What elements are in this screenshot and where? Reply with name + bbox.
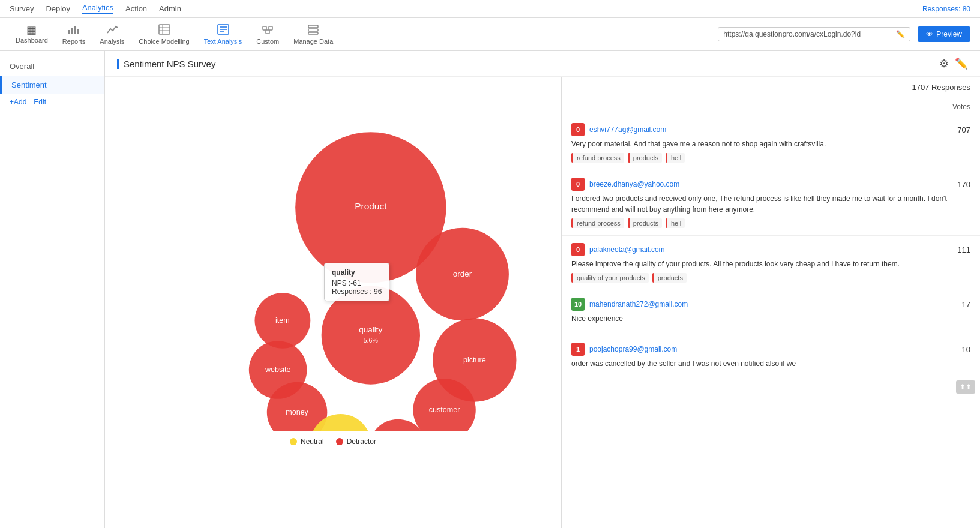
response-tag[interactable]: refund process <box>571 153 624 163</box>
url-bar[interactable]: ✏️ <box>718 27 910 41</box>
svg-text:money: money <box>286 408 308 416</box>
main-content: Sentiment NPS Survey ⚙ ✏️ Product order <box>105 51 980 528</box>
toolbar-custom[interactable]: Custom <box>250 22 285 47</box>
dashboard-icon: ▦ <box>26 25 37 35</box>
neutral-label: Neutral <box>301 437 324 446</box>
sidebar-edit-button[interactable]: Edit <box>34 98 46 106</box>
nav-item-admin[interactable]: Admin <box>159 4 181 13</box>
svg-rect-2 <box>74 26 76 34</box>
svg-rect-12 <box>263 26 266 30</box>
toolbar-dashboard[interactable]: ▦ Dashboard <box>10 22 54 46</box>
response-tags: refund processproductshell <box>571 153 970 163</box>
response-tag[interactable]: products <box>628 153 662 163</box>
svg-text:customer: customer <box>429 406 460 414</box>
response-tag[interactable]: quality of your products <box>571 273 649 283</box>
response-votes: 17 <box>962 300 970 309</box>
response-email-row: 0 palakneota@gmail.com <box>571 243 665 256</box>
svg-text:Product: Product <box>355 201 387 211</box>
nav-item-survey[interactable]: Survey <box>10 4 34 13</box>
toolbar-text-analysis[interactable]: Text Analysis <box>198 22 248 47</box>
response-email[interactable]: mahendranath272@gmail.com <box>589 300 688 308</box>
svg-text:item: item <box>275 316 290 325</box>
svg-rect-1 <box>71 28 73 34</box>
svg-rect-13 <box>269 26 272 30</box>
preview-icon: 👁 <box>926 30 933 38</box>
response-item-2: 0 palakneota@gmail.com 111 Please improv… <box>562 236 980 290</box>
response-top: 0 breeze.dhanya@yahoo.com 170 <box>571 178 970 191</box>
response-email-row: 10 mahendranath272@gmail.com <box>571 298 688 311</box>
legend-neutral: Neutral <box>290 437 324 446</box>
response-text: I ordered two products and received only… <box>571 193 970 215</box>
toolbar-text-analysis-label: Text Analysis <box>204 38 242 45</box>
content-area: Product order quality 5.6% picture item <box>105 77 980 528</box>
detractor-dot <box>336 438 343 445</box>
bubble-chart[interactable]: Product order quality 5.6% picture item <box>111 83 555 431</box>
nav-item-action[interactable]: Action <box>125 4 147 13</box>
sidebar-add-button[interactable]: +Add <box>10 98 26 106</box>
bubble-quality[interactable] <box>322 286 420 384</box>
toolbar-manage-data-label: Manage Data <box>293 38 333 45</box>
edit-icon[interactable]: ✏️ <box>955 57 968 70</box>
toolbar-manage-data[interactable]: Manage Data <box>287 22 339 47</box>
response-email[interactable]: palakneota@gmail.com <box>589 245 665 254</box>
response-text: order was cancelled by the seller and I … <box>571 358 970 369</box>
response-tag[interactable]: products <box>652 273 687 283</box>
scroll-to-top-button[interactable]: ⬆⬆ <box>956 380 975 394</box>
nav-item-analytics[interactable]: Analytics <box>82 3 113 14</box>
response-votes: 10 <box>962 345 970 354</box>
svg-text:5.6%: 5.6% <box>364 337 379 344</box>
toolbar-reports[interactable]: Reports <box>56 22 92 47</box>
preview-button[interactable]: 👁 Preview <box>918 26 970 42</box>
response-text: Nice experience <box>571 313 970 324</box>
main-layout: Overall Sentiment +Add Edit Sentiment NP… <box>0 51 980 528</box>
toolbar-reports-label: Reports <box>62 38 86 45</box>
manage-data-icon <box>307 24 319 37</box>
toolbar-analysis[interactable]: Analysis <box>94 22 130 47</box>
url-input[interactable] <box>723 30 891 38</box>
top-nav: Survey Deploy Analytics Action Admin Res… <box>0 0 980 18</box>
response-score: 0 <box>571 243 585 256</box>
toolbar-analysis-label: Analysis <box>100 38 124 45</box>
page-header: Sentiment NPS Survey ⚙ ✏️ <box>105 51 980 77</box>
response-top: 0 eshvi777ag@gmail.com 707 <box>571 123 970 136</box>
svg-text:order: order <box>453 269 472 278</box>
toolbar-choice-modelling[interactable]: Choice Modelling <box>133 22 195 47</box>
response-email-row: 0 eshvi777ag@gmail.com <box>571 123 666 136</box>
analysis-icon <box>106 24 118 37</box>
svg-text:website: website <box>265 365 291 374</box>
votes-header: Votes <box>562 98 980 116</box>
svg-rect-17 <box>308 32 318 34</box>
sidebar-item-overall[interactable]: Overall <box>0 57 104 76</box>
responses-total: 1707 Responses <box>912 83 970 92</box>
detractor-label: Detractor <box>347 437 376 446</box>
response-top: 1 poojachopra99@gmail.com 10 <box>571 343 970 356</box>
response-email[interactable]: breeze.dhanya@yahoo.com <box>589 180 679 188</box>
response-email[interactable]: eshvi777ag@gmail.com <box>589 125 666 134</box>
nav-item-deploy[interactable]: Deploy <box>46 4 70 13</box>
response-item-4: 1 poojachopra99@gmail.com 10 order was c… <box>562 335 980 380</box>
choice-modelling-icon <box>158 24 170 37</box>
response-text: Please improve the quality of your produ… <box>571 259 970 269</box>
response-email-row: 1 poojachopra99@gmail.com <box>571 343 677 356</box>
svg-rect-16 <box>308 29 318 31</box>
svg-rect-4 <box>159 25 170 34</box>
svg-rect-3 <box>77 29 79 34</box>
response-tag[interactable]: hell <box>666 153 685 163</box>
response-tag[interactable]: hell <box>666 218 685 228</box>
response-text: Very poor material. And that gave me a r… <box>571 139 970 149</box>
response-top: 10 mahendranath272@gmail.com 17 <box>571 298 970 311</box>
neutral-dot <box>290 438 297 445</box>
response-tag[interactable]: refund process <box>571 218 624 228</box>
settings-icon[interactable]: ⚙ <box>939 57 949 70</box>
response-top: 0 palakneota@gmail.com 111 <box>571 243 970 256</box>
sidebar-item-sentiment[interactable]: Sentiment <box>0 76 104 94</box>
response-votes: 707 <box>957 125 970 134</box>
responses-header: 1707 Responses <box>562 77 980 98</box>
edit-url-icon[interactable]: ✏️ <box>896 30 905 38</box>
response-email[interactable]: poojachopra99@gmail.com <box>589 345 677 353</box>
page-header-actions: ⚙ ✏️ <box>939 57 968 70</box>
svg-rect-15 <box>308 25 318 28</box>
response-score: 10 <box>571 298 585 311</box>
reports-icon <box>68 24 80 37</box>
response-tag[interactable]: products <box>628 218 662 228</box>
